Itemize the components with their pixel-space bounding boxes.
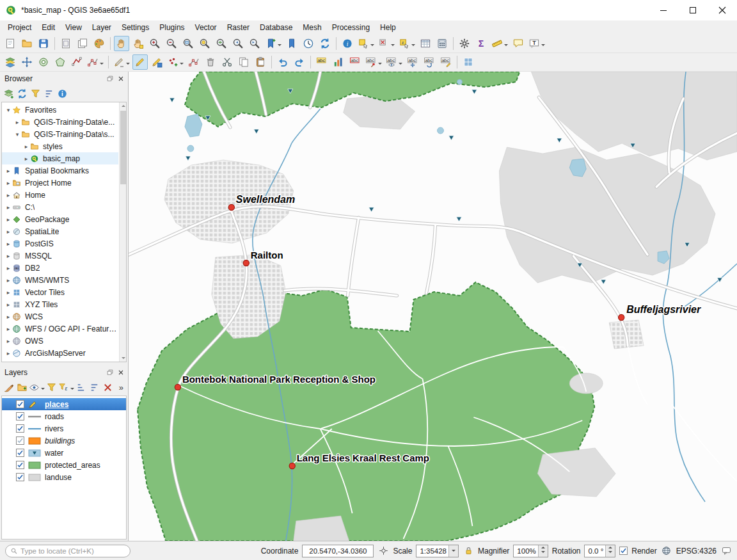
expand-arrow-icon[interactable]: ▸ bbox=[4, 314, 12, 320]
add-point-feature-button[interactable] bbox=[166, 54, 185, 70]
zoom-to-selection-button[interactable] bbox=[197, 36, 212, 51]
browser-item-arcgisfeatureserver[interactable]: ▸ArcGisFeatureServer bbox=[2, 359, 118, 362]
layer-visibility-checkbox[interactable] bbox=[16, 400, 24, 408]
manage-map-themes-button[interactable] bbox=[29, 380, 45, 394]
add-ring-button[interactable] bbox=[36, 54, 51, 70]
float-panel-icon[interactable] bbox=[105, 367, 115, 377]
layer-item-protected_areas[interactable]: protected_areas bbox=[2, 459, 126, 471]
layer-item-roads[interactable]: roads bbox=[2, 410, 126, 422]
close-panel-icon[interactable] bbox=[116, 74, 125, 83]
expand-all-button[interactable] bbox=[74, 380, 88, 394]
browser-item-qgis-training-data-s[interactable]: ▾QGIS-Training-Data\s... bbox=[2, 128, 118, 140]
reshape-features-button[interactable] bbox=[69, 54, 84, 70]
coordinate-input[interactable]: 20.5470,-34.0360 bbox=[302, 545, 374, 557]
map-canvas[interactable]: SwellendamRailtonBuffeljagsrivierBontebo… bbox=[128, 72, 737, 541]
layer-visibility-checkbox[interactable] bbox=[16, 461, 24, 469]
map-tips-button[interactable] bbox=[511, 36, 526, 51]
expand-arrow-icon[interactable]: ▸ bbox=[4, 350, 12, 356]
menu-project[interactable]: Project bbox=[3, 21, 36, 34]
undo-button[interactable] bbox=[275, 54, 290, 70]
browser-item-home[interactable]: ▸Home bbox=[2, 189, 118, 201]
pin-unpin-labels-button[interactable]: abc bbox=[364, 54, 383, 70]
expand-arrow-icon[interactable]: ▸ bbox=[4, 326, 12, 332]
menu-database[interactable]: Database bbox=[255, 21, 297, 34]
expand-arrow-icon[interactable]: ▸ bbox=[4, 362, 12, 363]
filter-browser-button[interactable] bbox=[29, 86, 42, 100]
zoom-next-button[interactable] bbox=[247, 36, 262, 51]
magnifier-spin-icons[interactable] bbox=[538, 545, 548, 557]
browser-item-spatial-bookmarks[interactable]: ▸Spatial Bookmarks bbox=[2, 164, 118, 177]
redo-button[interactable] bbox=[292, 54, 307, 70]
dropdown-arrow-icon[interactable] bbox=[541, 44, 545, 48]
expand-arrow-icon[interactable]: ▸ bbox=[4, 204, 12, 211]
highlight-pinned-labels-button[interactable]: abc bbox=[347, 54, 363, 70]
add-part-button[interactable] bbox=[52, 54, 68, 70]
open-layer-styling-button[interactable] bbox=[2, 380, 15, 394]
layer-visibility-checkbox[interactable] bbox=[16, 436, 24, 445]
browser-item-wcs[interactable]: ▸WCS bbox=[2, 310, 118, 323]
deselect-features-button[interactable] bbox=[377, 36, 396, 51]
rotation-spinbox[interactable]: 0.0 ° bbox=[584, 545, 615, 557]
scale-dropdown-icon[interactable] bbox=[448, 545, 458, 557]
identify-features-button[interactable]: i bbox=[340, 36, 355, 51]
collapse-all-layers-button[interactable] bbox=[88, 380, 101, 394]
extents-toggle-icon[interactable] bbox=[377, 545, 389, 557]
menu-settings[interactable]: Settings bbox=[116, 21, 154, 34]
scroll-down-icon[interactable] bbox=[120, 355, 127, 362]
menu-processing[interactable]: Processing bbox=[327, 21, 375, 34]
browser-item-spatialite[interactable]: ▸SpatiaLite bbox=[2, 225, 118, 237]
style-manager-button[interactable] bbox=[91, 36, 107, 51]
current-edits-button[interactable] bbox=[112, 54, 131, 70]
layer-visibility-checkbox[interactable] bbox=[16, 449, 24, 457]
dropdown-arrow-icon[interactable] bbox=[399, 63, 402, 67]
layer-item-rivers[interactable]: rivers bbox=[2, 422, 126, 435]
layer-visibility-checkbox[interactable] bbox=[16, 424, 24, 433]
layer-visibility-checkbox[interactable] bbox=[16, 412, 24, 420]
browser-item-qgis-training-data-e[interactable]: ▸QGIS-Training-Data\e... bbox=[2, 116, 118, 128]
menu-mesh[interactable]: Mesh bbox=[297, 21, 326, 34]
browser-item-basic-map[interactable]: ▸basic_map bbox=[2, 152, 118, 164]
zoom-last-button[interactable] bbox=[230, 36, 246, 51]
dropdown-arrow-icon[interactable] bbox=[504, 44, 508, 48]
dropdown-arrow-icon[interactable] bbox=[126, 63, 130, 67]
expand-arrow-icon[interactable]: ▸ bbox=[4, 180, 12, 186]
layer-item-landuse[interactable]: landuse bbox=[2, 471, 126, 483]
browser-properties-button[interactable] bbox=[56, 86, 69, 100]
browser-item-favorites[interactable]: ▾Favorites bbox=[2, 104, 118, 116]
browser-item-mssql[interactable]: ▸MSSQL bbox=[2, 250, 118, 262]
temporal-controller-button[interactable] bbox=[301, 36, 316, 51]
menu-plugins[interactable]: Plugins bbox=[154, 21, 189, 34]
dropdown-arrow-icon[interactable] bbox=[278, 44, 281, 48]
layer-item-water[interactable]: water bbox=[2, 447, 126, 459]
scroll-up-icon[interactable] bbox=[120, 102, 127, 109]
add-selected-layers-button[interactable] bbox=[2, 86, 15, 100]
expand-arrow-icon[interactable]: ▸ bbox=[4, 216, 12, 223]
maximize-button[interactable] bbox=[678, 0, 708, 20]
close-button[interactable] bbox=[708, 0, 737, 20]
browser-item-wfs-ogc-api-feature[interactable]: ▸WFS / OGC API - Feature... bbox=[2, 323, 118, 335]
move-label-button[interactable]: abc bbox=[405, 54, 420, 70]
new-print-layout-button[interactable] bbox=[58, 36, 74, 51]
layer-diagram-options-button[interactable] bbox=[331, 54, 346, 70]
remove-layer-button[interactable] bbox=[101, 380, 115, 394]
filter-by-expression-button[interactable]: ε bbox=[58, 380, 74, 394]
browser-item-wms-wmts[interactable]: ▸WMS/WMTS bbox=[2, 274, 118, 286]
copy-features-button[interactable] bbox=[236, 54, 251, 70]
menu-edit[interactable]: Edit bbox=[36, 21, 60, 34]
new-map-view-button[interactable] bbox=[461, 54, 476, 70]
expand-arrow-icon[interactable]: ▸ bbox=[4, 301, 12, 308]
refresh-browser-button[interactable] bbox=[15, 86, 29, 100]
minimize-button[interactable] bbox=[649, 0, 678, 20]
expand-arrow-icon[interactable]: ▸ bbox=[13, 119, 21, 125]
dropdown-arrow-icon[interactable] bbox=[180, 63, 184, 67]
field-calculator-button[interactable] bbox=[434, 36, 450, 51]
scale-combo[interactable]: 1:35428 bbox=[416, 545, 459, 557]
browser-item-xyz-tiles[interactable]: ▸XYZ Tiles bbox=[2, 298, 118, 310]
expand-arrow-icon[interactable]: ▸ bbox=[4, 265, 12, 271]
toolbar-overflow-button[interactable]: » bbox=[116, 383, 126, 392]
log-messages-icon[interactable] bbox=[720, 545, 732, 557]
vertex-tool-button[interactable] bbox=[186, 54, 202, 70]
show-hide-labels-button[interactable]: abc bbox=[384, 54, 404, 70]
collapse-arrow-icon[interactable]: ▾ bbox=[13, 131, 21, 138]
vertex-tool-menu-button[interactable] bbox=[86, 54, 105, 70]
